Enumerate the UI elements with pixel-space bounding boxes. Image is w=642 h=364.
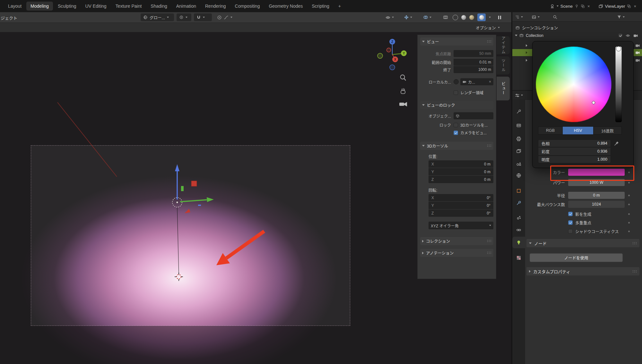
- value-slider[interactable]: [615, 47, 622, 122]
- cursor-loc-x-field[interactable]: X0 m: [429, 160, 493, 168]
- y-axis-handle[interactable]: [180, 200, 207, 202]
- workspace-tab-animation[interactable]: Animation: [172, 2, 200, 11]
- mode-dropdown-partial[interactable]: ジェクト: [1, 15, 17, 21]
- workspace-tab-rendering[interactable]: Rendering: [201, 2, 230, 11]
- new-scene-icon[interactable]: [581, 4, 585, 8]
- tab-tool[interactable]: [512, 106, 525, 117]
- camera-view-button[interactable]: [399, 102, 407, 106]
- render-camera-icon[interactable]: [635, 51, 640, 55]
- lock-to-cursor-checkbox[interactable]: [454, 123, 458, 127]
- panel-header-annotation[interactable]: アノテーション: [420, 249, 493, 257]
- cursor-loc-y-field[interactable]: Y0 m: [429, 168, 493, 175]
- workspace-tab-modeling[interactable]: Modeling: [26, 2, 53, 11]
- outliner-row-collection[interactable]: Collection: [512, 32, 642, 39]
- scene-selector[interactable]: Scene ×: [550, 4, 590, 9]
- animate-dot[interactable]: [628, 204, 630, 205]
- panel-header-3d-cursor[interactable]: 3Dカーソル: [420, 142, 493, 150]
- value-slider-row[interactable]: 明度 1.000: [538, 156, 611, 163]
- axis-z-negative[interactable]: [390, 65, 395, 70]
- axis-x-negative[interactable]: [387, 48, 391, 52]
- tab-render[interactable]: [512, 120, 525, 131]
- hue-slider[interactable]: 色相 0.894: [538, 140, 611, 147]
- sidebar-tab-view[interactable]: ビュー: [497, 76, 510, 101]
- pause-preview-button[interactable]: [498, 13, 501, 21]
- workspace-tab-layout[interactable]: Layout: [4, 2, 26, 11]
- disclosure-icon[interactable]: [526, 44, 527, 47]
- hide-eye-icon[interactable]: [625, 33, 630, 38]
- pivot-point-dropdown[interactable]: [177, 13, 191, 21]
- red-cube-handle[interactable]: [191, 181, 197, 186]
- options-dropdown[interactable]: オプション: [476, 24, 500, 31]
- animate-dot[interactable]: [628, 182, 630, 183]
- local-camera-toggle[interactable]: [454, 79, 459, 84]
- shading-wireframe-button[interactable]: [453, 15, 458, 20]
- tab-view-layer[interactable]: [512, 145, 525, 157]
- editor-type-dropdown[interactable]: [515, 91, 523, 99]
- workspace-tab-scripting[interactable]: Scripting: [308, 2, 333, 11]
- panel-header-view-lock[interactable]: ビューのロック: [420, 101, 493, 109]
- drag-grip-icon[interactable]: [487, 240, 491, 242]
- x-axis-handle[interactable]: [185, 209, 190, 213]
- cast-shadow-checkbox[interactable]: [568, 212, 573, 216]
- outliner-search-button[interactable]: [553, 13, 558, 21]
- render-camera-icon[interactable]: [635, 44, 640, 47]
- cursor-rot-x-field[interactable]: X0°: [429, 194, 493, 201]
- unlink-scene-icon[interactable]: ×: [587, 4, 590, 9]
- focal-length-field[interactable]: 50 mm: [454, 50, 493, 57]
- camera-to-view-checkbox[interactable]: [454, 131, 458, 135]
- outliner-row-scene-collection[interactable]: シーンコレクション: [512, 24, 642, 31]
- custom-properties-header[interactable]: カスタムプロパティ: [526, 267, 639, 275]
- render-region-checkbox[interactable]: [454, 90, 458, 95]
- pin-icon[interactable]: [575, 4, 579, 8]
- panel-header-collection[interactable]: コレクション: [420, 237, 493, 245]
- clip-start-field[interactable]: 0.01 m: [454, 59, 493, 66]
- workspace-tab-shading[interactable]: Shading: [146, 2, 171, 11]
- shading-material-button[interactable]: [469, 15, 474, 20]
- workspace-tab-geometrynodes[interactable]: Geometry Nodes: [265, 2, 307, 11]
- tab-world[interactable]: [512, 170, 525, 181]
- tab-object-data-light[interactable]: [512, 237, 525, 248]
- animate-dot[interactable]: [628, 222, 630, 224]
- panel-header-view[interactable]: ビュー: [420, 38, 493, 46]
- cursor-rot-z-field[interactable]: Z0°: [429, 209, 493, 217]
- local-camera-field[interactable]: カ... ×: [460, 78, 493, 85]
- tab-hex[interactable]: 16進数: [593, 126, 622, 135]
- saturation-slider[interactable]: 彩度 0.936: [538, 148, 611, 155]
- add-workspace-button[interactable]: +: [334, 2, 345, 11]
- shading-rendered-button[interactable]: [477, 13, 486, 21]
- max-bounces-field[interactable]: 1024: [568, 201, 625, 208]
- multiple-importance-checkbox[interactable]: [568, 220, 573, 225]
- tab-modifiers[interactable]: [512, 197, 525, 209]
- animate-dot[interactable]: [628, 231, 630, 232]
- disclosure-icon[interactable]: [515, 35, 517, 36]
- drag-grip-icon[interactable]: [487, 144, 491, 147]
- value-slider-handle[interactable]: [616, 46, 621, 51]
- viewlayer-selector[interactable]: ViewLayer ×: [598, 4, 636, 9]
- shadow-caustics-checkbox[interactable]: [568, 229, 573, 233]
- sidebar-tab-tool[interactable]: ツール: [497, 56, 510, 75]
- tab-scene[interactable]: [512, 158, 525, 169]
- tab-output[interactable]: [512, 133, 525, 145]
- remove-viewlayer-icon[interactable]: ×: [633, 4, 636, 9]
- lock-object-field[interactable]: [454, 112, 493, 119]
- radius-slider[interactable]: 0 m: [568, 192, 625, 199]
- nodes-panel-header[interactable]: ノード: [526, 239, 639, 247]
- tab-texture[interactable]: [512, 252, 525, 264]
- drag-grip-icon[interactable]: [487, 40, 491, 43]
- workspace-tab-sculpting[interactable]: Sculpting: [54, 2, 81, 11]
- display-mode-dropdown[interactable]: [532, 13, 540, 21]
- cursor-rot-y-field[interactable]: Y0°: [429, 202, 493, 209]
- animate-dot[interactable]: [628, 195, 630, 196]
- render-camera-icon[interactable]: [635, 58, 640, 62]
- green-handle[interactable]: [181, 186, 184, 191]
- tab-physics[interactable]: [512, 224, 525, 236]
- workspace-tab-uvediting[interactable]: UV Editing: [81, 2, 110, 11]
- zoom-button[interactable]: [401, 75, 406, 81]
- clip-end-field[interactable]: 1000 m: [454, 66, 493, 73]
- proportional-edit-controls[interactable]: [214, 13, 235, 21]
- use-nodes-button[interactable]: ノードを使用: [530, 253, 623, 262]
- drag-grip-icon[interactable]: [487, 251, 491, 254]
- tab-object[interactable]: [512, 185, 525, 197]
- visibility-dropdown[interactable]: [385, 13, 394, 21]
- pan-hand-button[interactable]: [401, 89, 405, 94]
